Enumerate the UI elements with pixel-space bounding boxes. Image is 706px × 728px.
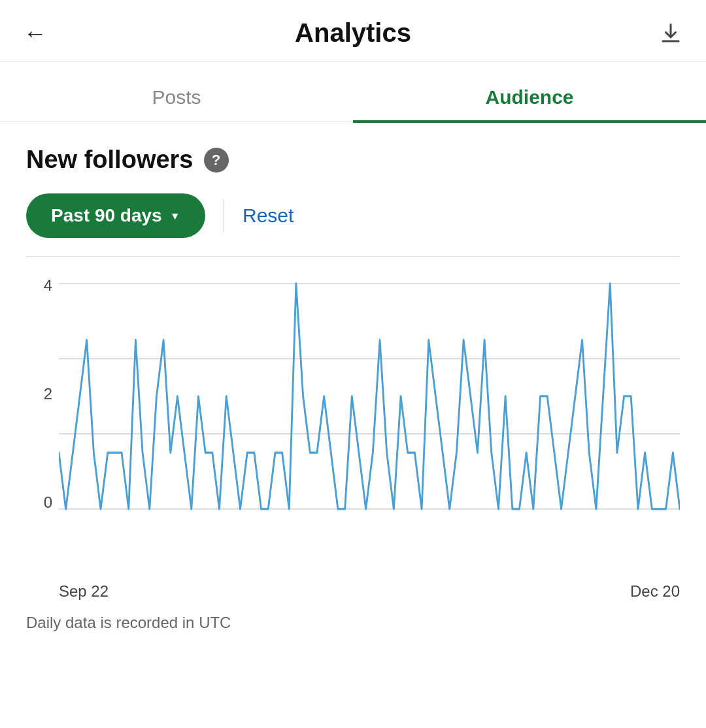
section-title-row: New followers ?: [26, 146, 680, 174]
tab-posts[interactable]: Posts: [0, 68, 353, 122]
chart-separator: [26, 256, 680, 257]
page-title: Analytics: [295, 18, 411, 48]
reset-button[interactable]: Reset: [243, 205, 294, 227]
content-area: New followers ? Past 90 days ▼ Reset 4 2…: [0, 122, 706, 652]
section-title: New followers: [26, 146, 193, 174]
chart-note: Daily data is recorded in UTC: [26, 614, 680, 632]
filter-row: Past 90 days ▼ Reset: [26, 193, 680, 238]
y-label-2: 2: [26, 385, 52, 403]
header: ← Analytics: [0, 0, 706, 61]
back-button[interactable]: ←: [24, 22, 47, 45]
chart-svg-area: [59, 276, 680, 577]
period-label: Past 90 days: [51, 205, 162, 226]
chevron-down-icon: ▼: [170, 210, 180, 222]
filter-divider: [224, 199, 225, 232]
help-icon[interactable]: ?: [204, 148, 229, 173]
chart-container: 4 2 0: [26, 276, 680, 577]
chart-y-axis: 4 2 0: [26, 276, 52, 544]
y-label-0: 0: [26, 493, 52, 512]
y-label-4: 4: [26, 276, 52, 295]
x-label-start: Sep 22: [59, 582, 109, 601]
chart-x-axis: Sep 22 Dec 20: [26, 577, 680, 601]
download-icon[interactable]: [659, 22, 682, 45]
tab-bar: Posts Audience: [0, 68, 706, 122]
period-filter-button[interactable]: Past 90 days ▼: [26, 193, 205, 238]
x-label-end: Dec 20: [630, 582, 680, 601]
tab-audience[interactable]: Audience: [353, 68, 706, 122]
